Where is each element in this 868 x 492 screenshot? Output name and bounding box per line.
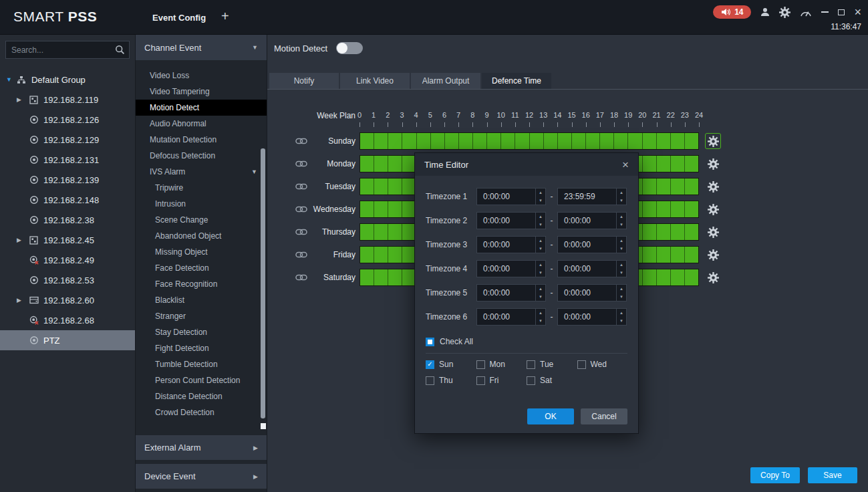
end-time-input[interactable]: 0:00:00▲▼ (557, 236, 627, 253)
add-tab-button[interactable]: + (221, 9, 229, 23)
time-spinner[interactable]: ▲▼ (616, 189, 626, 205)
device-tree-item[interactable]: 192.168.2.126 (0, 110, 135, 130)
start-time-input[interactable]: 0:00:00▲▼ (476, 284, 546, 301)
copy-to-button[interactable]: Copy To (750, 467, 800, 483)
link-icon[interactable] (291, 183, 311, 190)
hour-segment[interactable] (388, 201, 402, 217)
hour-segment[interactable] (614, 133, 628, 149)
device-tree-item[interactable]: 192.168.2.68 (0, 310, 135, 330)
hour-segment[interactable] (360, 156, 374, 172)
day-checkbox-tue[interactable]: Tue (527, 356, 577, 372)
hour-segment[interactable] (417, 133, 431, 149)
device-event-section[interactable]: Device Event ▶ (136, 464, 267, 489)
tab-link-video[interactable]: Link Video (340, 73, 410, 89)
event-item[interactable]: Blacklist (136, 292, 267, 308)
hour-segment[interactable] (685, 178, 698, 195)
hour-segment[interactable] (388, 224, 402, 240)
hour-segment[interactable] (431, 133, 445, 149)
day-checkbox-thu[interactable]: Thu (426, 372, 476, 388)
hour-segment[interactable] (657, 133, 671, 149)
search-input[interactable] (5, 41, 130, 59)
device-tree-item[interactable]: 192.168.2.38 (0, 210, 135, 230)
motion-detect-toggle[interactable] (336, 42, 363, 54)
event-item[interactable]: Distance Detection (136, 388, 267, 404)
start-time-input[interactable]: 0:00:00▲▼ (476, 188, 546, 205)
time-spinner[interactable]: ▲▼ (535, 309, 545, 325)
start-time-input[interactable]: 0:00:00▲▼ (476, 260, 546, 277)
hour-segment[interactable] (600, 133, 614, 149)
link-icon[interactable] (291, 251, 311, 258)
hour-segment[interactable] (671, 178, 685, 195)
time-spinner[interactable]: ▲▼ (616, 285, 626, 301)
link-icon[interactable] (291, 206, 311, 213)
time-spinner[interactable]: ▲▼ (535, 213, 545, 229)
hour-segment[interactable] (487, 133, 501, 149)
tab-defence-time[interactable]: Defence Time (482, 73, 551, 89)
hour-segment[interactable] (360, 224, 374, 240)
event-item[interactable]: Motion Detect (136, 100, 267, 116)
event-item[interactable]: Intrusion (136, 196, 267, 212)
device-tree-item[interactable]: PTZ (0, 330, 135, 350)
hour-segment[interactable] (657, 178, 671, 195)
hour-segment[interactable] (388, 269, 402, 285)
hour-segment[interactable] (643, 156, 657, 172)
device-tree-item[interactable]: 192.168.2.53 (0, 270, 135, 290)
start-time-input[interactable]: 0:00:00▲▼ (476, 308, 546, 326)
day-settings-gear-icon[interactable] (705, 247, 721, 263)
hour-segment[interactable] (374, 201, 388, 217)
device-tree-item[interactable]: 192.168.2.148 (0, 190, 135, 210)
link-icon[interactable] (291, 274, 311, 281)
hour-segment[interactable] (374, 133, 388, 149)
day-checkbox-wed[interactable]: Wed (577, 356, 628, 372)
hour-segment[interactable] (643, 247, 657, 263)
channel-event-header[interactable]: Channel Event ▼ (136, 35, 267, 60)
event-item[interactable]: Face Detection (136, 260, 267, 276)
hour-segment[interactable] (445, 133, 459, 149)
alarm-count-badge[interactable]: 14 (713, 5, 751, 19)
time-spinner[interactable]: ▲▼ (535, 261, 545, 277)
hour-segment[interactable] (657, 156, 671, 172)
hour-segment[interactable] (530, 133, 544, 149)
hour-segment[interactable] (544, 133, 558, 149)
device-group-row[interactable]: ▼ Default Group (0, 70, 135, 90)
hour-segment[interactable] (388, 156, 402, 172)
event-item[interactable]: Missing Object (136, 244, 267, 260)
scrollbar[interactable] (261, 67, 266, 430)
hour-segment[interactable] (360, 178, 374, 195)
hour-segment[interactable] (374, 247, 388, 263)
hour-segment[interactable] (374, 156, 388, 172)
day-settings-gear-icon[interactable] (705, 224, 721, 240)
defence-time-bar[interactable] (359, 132, 699, 150)
end-time-input[interactable]: 0:00:00▲▼ (557, 212, 627, 229)
collapse-arrow-icon[interactable]: ▼ (6, 76, 12, 83)
scrollbar-thumb[interactable] (261, 148, 265, 418)
time-spinner[interactable]: ▲▼ (616, 309, 626, 325)
hour-segment[interactable] (388, 133, 402, 149)
event-item[interactable]: Tripwire (136, 180, 267, 196)
hour-segment[interactable] (360, 133, 374, 149)
day-settings-gear-icon[interactable] (705, 178, 721, 195)
end-time-input[interactable]: 23:59:59▲▼ (557, 188, 627, 205)
maximize-button[interactable] (838, 9, 845, 15)
device-tree-item[interactable]: 192.168.2.131 (0, 150, 135, 170)
hour-segment[interactable] (671, 269, 685, 285)
hour-segment[interactable] (643, 269, 657, 285)
hour-segment[interactable] (459, 133, 473, 149)
time-spinner[interactable]: ▲▼ (535, 237, 545, 253)
ok-button[interactable]: OK (527, 408, 574, 424)
hour-segment[interactable] (360, 201, 374, 217)
tab-alarm-output[interactable]: Alarm Output (411, 73, 480, 89)
hour-segment[interactable] (685, 247, 698, 263)
time-spinner[interactable]: ▲▼ (616, 237, 626, 253)
end-time-input[interactable]: 0:00:00▲▼ (557, 284, 627, 301)
hour-segment[interactable] (374, 269, 388, 285)
hour-segment[interactable] (558, 133, 572, 149)
hour-segment[interactable] (685, 224, 698, 240)
event-item[interactable]: Fight Detection (136, 340, 267, 356)
time-spinner[interactable]: ▲▼ (535, 285, 545, 301)
day-settings-gear-icon[interactable] (705, 269, 721, 285)
external-alarm-section[interactable]: External Alarm ▶ (136, 435, 267, 460)
hour-segment[interactable] (643, 178, 657, 195)
hour-segment[interactable] (685, 156, 698, 172)
settings-gear-icon[interactable] (779, 7, 790, 18)
